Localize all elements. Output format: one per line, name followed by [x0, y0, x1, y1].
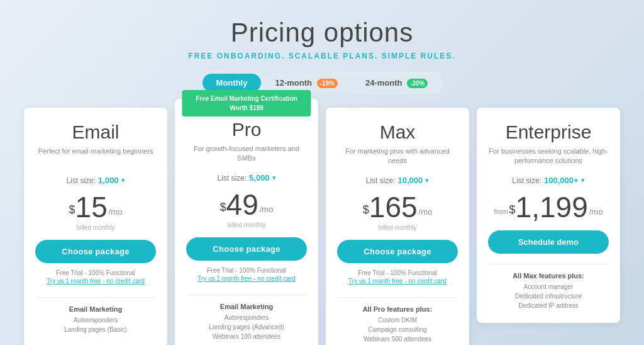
feature-item: Campaign consulting — [337, 326, 458, 333]
cta-button[interactable]: Choose package — [35, 240, 156, 263]
featured-banner: Free Email Marketing CertificationWorth … — [182, 90, 311, 116]
page-subtitle: FREE ONBOARDING. SCALABLE PLANS. SIMPLE … — [188, 52, 455, 60]
list-size-row: List size: 1,000 ▾ — [66, 176, 125, 185]
trial-link[interactable]: Try us 1 month free - no credit card — [348, 278, 447, 285]
list-size-label: List size: — [66, 176, 96, 185]
list-size-arrow: ▾ — [581, 176, 585, 184]
feature-item: Dedicated IP address — [488, 302, 609, 309]
plan-name: Pro — [232, 119, 262, 140]
trial-text: Free Trial - 100% Functional — [56, 269, 135, 276]
billed-note: billed monthly — [227, 222, 265, 229]
features-title: All Max features plus: — [488, 272, 609, 280]
features-title: Email Marketing — [35, 305, 156, 313]
list-size-arrow: ▾ — [425, 176, 429, 184]
list-size-value: 5,000 — [249, 173, 270, 183]
list-size-label: List size: — [512, 176, 541, 185]
feature-item: Webinars 500 attendees — [337, 336, 458, 342]
plan-desc: For marketing pros with advanced needs — [337, 147, 458, 167]
price-period: /mo — [260, 205, 274, 214]
features-title: Email Marketing — [186, 303, 307, 310]
feature-item: Autoresponders — [186, 314, 307, 321]
price-period: /mo — [109, 207, 123, 217]
price-currency: $ — [509, 203, 516, 217]
list-size-row: List size: 5,000 ▾ — [217, 173, 275, 183]
features-section: Email MarketingAutorespondersLanding pag… — [186, 303, 307, 342]
price-currency: $ — [220, 201, 226, 214]
feature-item: Dedicated infrastructure — [488, 293, 609, 300]
plan-desc: For growth-focused marketers and SMBs — [186, 144, 307, 164]
price-from: from — [494, 208, 508, 215]
plan-name: Enterprise — [506, 122, 592, 143]
plan-card-max: MaxFor marketing pros with advanced need… — [326, 108, 469, 345]
list-size-label: List size: — [366, 176, 396, 185]
feature-item: Landing pages (Basic) — [35, 326, 156, 333]
feature-item: Autoresponders — [35, 317, 156, 324]
feature-item: Webinars 100 attendees — [186, 333, 307, 340]
list-size-arrow: ▾ — [272, 174, 276, 182]
price-amount: 165 — [369, 193, 418, 222]
list-size-label: List size: — [217, 174, 247, 183]
feature-item: Custom DKIM — [337, 317, 458, 324]
divider — [488, 264, 609, 264]
trial-link[interactable]: Try us 1 month free - no credit card — [47, 278, 145, 285]
divider — [186, 295, 307, 295]
price-row: $15/mo — [69, 193, 123, 222]
price-period: /mo — [589, 207, 603, 217]
plan-desc: Perfect for email marketing beginners — [38, 147, 153, 167]
list-size-value: 100,000+ — [544, 176, 579, 185]
divider — [35, 297, 156, 298]
trial-link[interactable]: Try us 1 month free - no credit card — [197, 275, 296, 282]
list-size-row: List size: 10,000 ▾ — [366, 176, 429, 185]
price-amount: 15 — [75, 193, 108, 222]
trial-text: Free Trial - 100% Functional — [358, 269, 437, 276]
price-amount: 1,199 — [516, 193, 588, 222]
plan-name: Email — [72, 122, 119, 143]
12month-badge: -18% — [317, 79, 338, 88]
plan-desc: For businesses seeking scalable, high-pe… — [488, 147, 609, 167]
billing-monthly-button[interactable]: Monthly — [203, 74, 262, 92]
24month-badge: -30% — [407, 79, 428, 88]
trial-text: Free Trial - 100% Functional — [207, 267, 286, 274]
billing-24month-button[interactable]: 24-month -30% — [352, 74, 441, 92]
list-size-value: 10,000 — [397, 176, 423, 185]
price-row: $165/mo — [363, 193, 432, 222]
feature-item: Landing pages (Advanced) — [186, 324, 307, 331]
plan-card-enterprise: EnterpriseFor businesses seeking scalabl… — [477, 108, 620, 323]
divider — [337, 297, 458, 298]
page-title: Pricing options — [231, 18, 413, 48]
feature-item: Account manager — [488, 283, 609, 290]
features-section: All Pro features plus:Custom DKIMCampaig… — [337, 305, 458, 345]
list-size-row: List size: 100,000+ ▾ — [512, 176, 584, 185]
plans-container: EmailPerfect for email marketing beginne… — [20, 108, 624, 345]
billed-note: billed monthly — [378, 224, 416, 231]
features-title: All Pro features plus: — [337, 305, 458, 313]
plan-card-email: EmailPerfect for email marketing beginne… — [24, 108, 167, 345]
plan-name: Max — [380, 122, 416, 143]
list-size-arrow: ▾ — [121, 176, 125, 184]
list-size-value: 1,000 — [98, 176, 119, 185]
features-section: Email MarketingAutorespondersLanding pag… — [35, 305, 156, 336]
price-row: from$1,199/mo — [494, 193, 603, 222]
price-currency: $ — [69, 203, 75, 217]
plan-card-pro: Free Email Marketing CertificationWorth … — [175, 99, 318, 345]
cta-button[interactable]: Schedule demo — [488, 230, 609, 254]
features-section: All Max features plus:Account managerDed… — [488, 272, 609, 312]
price-currency: $ — [363, 203, 369, 217]
price-amount: 49 — [226, 190, 258, 219]
cta-button[interactable]: Choose package — [186, 237, 307, 261]
price-period: /mo — [419, 207, 433, 217]
billing-12month-button[interactable]: 12-month -18% — [261, 74, 351, 92]
price-row: $49/mo — [220, 190, 274, 219]
billed-note: billed monthly — [76, 224, 114, 231]
cta-button[interactable]: Choose package — [337, 240, 458, 263]
